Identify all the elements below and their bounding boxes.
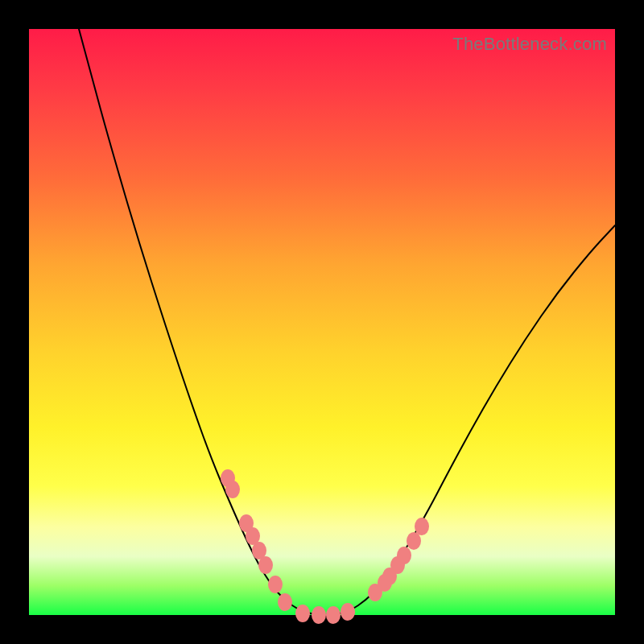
data-point [312, 606, 326, 624]
data-point [225, 481, 240, 498]
data-point [397, 547, 411, 564]
data-point [407, 532, 421, 550]
data-point [326, 606, 341, 624]
data-points-group [221, 469, 429, 624]
bottleneck-curve [79, 29, 615, 615]
data-point [278, 593, 292, 611]
data-point [341, 603, 355, 621]
data-point [415, 518, 429, 535]
data-point [295, 605, 310, 622]
watermark-text: TheBottleneck.com [452, 34, 607, 55]
curve-svg [29, 29, 615, 615]
data-point [258, 556, 273, 574]
frame: TheBottleneck.com [0, 0, 644, 644]
data-point [268, 576, 283, 593]
plot-area: TheBottleneck.com [29, 29, 615, 615]
